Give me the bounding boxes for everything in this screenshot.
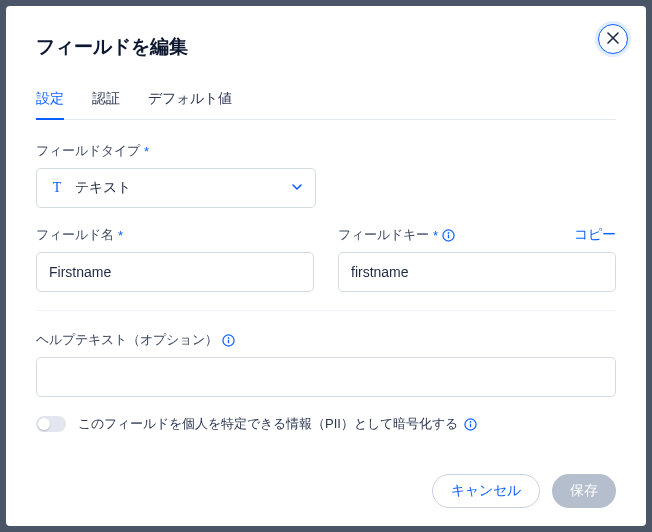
- modal-title: フィールドを編集: [36, 34, 616, 60]
- toggle-knob: [38, 418, 50, 430]
- tabs: 設定 認証 デフォルト値: [36, 82, 616, 120]
- field-type-label: フィールドタイプ *: [36, 142, 616, 160]
- svg-point-7: [470, 421, 472, 423]
- save-button[interactable]: 保存: [552, 474, 616, 508]
- field-name-group: フィールド名 *: [36, 226, 314, 292]
- field-type-label-text: フィールドタイプ: [36, 142, 140, 160]
- select-left: T テキスト: [49, 179, 131, 197]
- tab-validation[interactable]: 認証: [92, 82, 120, 120]
- pii-toggle-row: このフィールドを個人を特定できる情報（PII）として暗号化する: [36, 415, 616, 433]
- info-icon[interactable]: [222, 334, 235, 347]
- field-name-input[interactable]: [36, 252, 314, 292]
- required-mark: *: [433, 228, 438, 243]
- svg-point-4: [228, 337, 230, 339]
- field-name-label: フィールド名 *: [36, 226, 314, 244]
- required-mark: *: [118, 228, 123, 243]
- field-key-input[interactable]: [338, 252, 616, 292]
- field-key-label-row: フィールドキー * コピー: [338, 226, 616, 244]
- chevron-down-icon: [291, 179, 303, 197]
- name-key-row: フィールド名 * フィールドキー * コピー: [36, 226, 616, 292]
- pii-toggle[interactable]: [36, 416, 66, 432]
- close-icon: [607, 32, 619, 47]
- close-button[interactable]: [598, 24, 628, 54]
- field-key-label-text: フィールドキー: [338, 226, 429, 244]
- pii-toggle-label-text: このフィールドを個人を特定できる情報（PII）として暗号化する: [78, 415, 458, 433]
- modal-footer: キャンセル 保存: [432, 474, 616, 508]
- help-text-label-text: ヘルプテキスト（オプション）: [36, 331, 218, 349]
- tab-settings[interactable]: 設定: [36, 82, 64, 120]
- field-type-group: フィールドタイプ * T テキスト: [36, 142, 616, 208]
- required-mark: *: [144, 144, 149, 159]
- divider: [36, 310, 616, 311]
- field-key-group: フィールドキー * コピー: [338, 226, 616, 292]
- field-key-label: フィールドキー *: [338, 226, 455, 244]
- pii-toggle-label: このフィールドを個人を特定できる情報（PII）として暗号化する: [78, 415, 477, 433]
- tab-default[interactable]: デフォルト値: [148, 82, 232, 120]
- field-name-label-text: フィールド名: [36, 226, 114, 244]
- info-icon[interactable]: [464, 418, 477, 431]
- help-text-input[interactable]: [36, 357, 616, 397]
- svg-point-1: [448, 232, 450, 234]
- svg-rect-2: [448, 234, 449, 238]
- copy-link[interactable]: コピー: [574, 226, 616, 244]
- info-icon[interactable]: [442, 229, 455, 242]
- cancel-button[interactable]: キャンセル: [432, 474, 540, 508]
- text-type-icon: T: [49, 180, 65, 196]
- svg-rect-8: [470, 423, 471, 427]
- help-text-group: ヘルプテキスト（オプション）: [36, 331, 616, 397]
- svg-rect-5: [228, 339, 229, 343]
- field-type-select[interactable]: T テキスト: [36, 168, 316, 208]
- edit-field-modal: フィールドを編集 設定 認証 デフォルト値 フィールドタイプ * T テキスト …: [6, 6, 646, 526]
- help-text-label: ヘルプテキスト（オプション）: [36, 331, 616, 349]
- field-type-value: テキスト: [75, 179, 131, 197]
